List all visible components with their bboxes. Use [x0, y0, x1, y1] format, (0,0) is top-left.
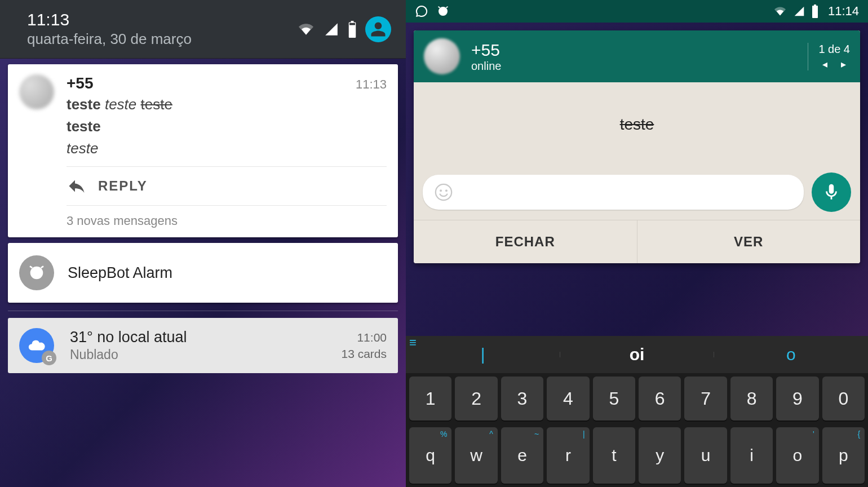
phone-left-screenshot: 11:13 quarta-feira, 30 de março +55 11: — [0, 0, 406, 487]
weather-subtitle: Nublado — [70, 347, 187, 362]
key-1[interactable]: 1 — [409, 377, 451, 420]
key-4[interactable]: 4 — [547, 377, 589, 420]
message-input[interactable] — [423, 175, 804, 210]
prev-message-button[interactable]: ◂ — [822, 58, 827, 70]
key-9[interactable]: 9 — [776, 377, 818, 420]
svg-rect-3 — [812, 6, 818, 18]
reply-label: REPLY — [98, 178, 148, 194]
emoji-icon[interactable] — [434, 183, 453, 202]
key-o[interactable]: o' — [776, 427, 818, 484]
suggestion-bar: ≡ | oi o — [406, 336, 868, 373]
svg-rect-1 — [351, 21, 354, 23]
more-messages-label: 3 novas mensagens — [67, 205, 387, 237]
keyboard-number-row: 1234567890 — [406, 373, 868, 424]
sleepbot-title: SleepBot Alarm — [68, 264, 172, 282]
key-p[interactable]: p{ — [822, 427, 865, 484]
key-w[interactable]: w^ — [455, 427, 497, 484]
view-button[interactable]: VER — [637, 220, 861, 263]
reply-action[interactable]: REPLY — [67, 166, 387, 205]
popup-message-text: teste — [620, 116, 654, 134]
soft-keyboard: ≡ | oi o 1234567890 q%w^e~r|tyuio'p{ — [406, 336, 868, 487]
key-2[interactable]: 2 — [455, 377, 497, 420]
key-0[interactable]: 0 — [822, 377, 865, 420]
popup-contact-name: +55 — [471, 41, 501, 60]
contact-avatar — [424, 38, 460, 74]
key-t[interactable]: t — [593, 427, 635, 484]
notification-time: 11:13 — [356, 77, 387, 92]
suggestion-2[interactable]: oi — [560, 345, 714, 364]
popup-contact-status: online — [471, 60, 501, 73]
popup-header[interactable]: +55 online 1 de 4 ◂ ▸ — [414, 30, 860, 82]
weather-meta: 11:00 13 cards — [341, 329, 387, 362]
wifi-icon — [296, 22, 316, 37]
notification-shade-header: 11:13 quarta-feira, 30 de março — [0, 0, 406, 59]
next-message-button[interactable]: ▸ — [841, 58, 846, 70]
key-6[interactable]: 6 — [639, 377, 681, 420]
key-r[interactable]: r| — [547, 427, 589, 484]
whatsapp-quick-reply-popup: +55 online 1 de 4 ◂ ▸ teste FECHAR — [414, 30, 860, 263]
voice-message-button[interactable] — [812, 172, 851, 212]
shade-status-icons — [296, 16, 391, 42]
svg-point-7 — [445, 189, 448, 192]
contact-avatar — [19, 74, 54, 109]
popup-message-body: teste — [414, 82, 860, 167]
sleepbot-notification-card[interactable]: SleepBot Alarm — [8, 243, 398, 303]
message-line-2: teste — [67, 117, 387, 136]
key-e[interactable]: e~ — [501, 427, 543, 484]
key-3[interactable]: 3 — [501, 377, 543, 420]
svg-rect-2 — [349, 23, 355, 25]
alarm-icon — [19, 255, 54, 290]
weather-notification-card[interactable]: G 31° no local atual Nublado 11:00 13 ca… — [8, 318, 398, 373]
alarm-status-icon — [436, 5, 450, 18]
shade-clock: 11:13 — [27, 10, 192, 29]
microphone-icon — [822, 183, 841, 202]
cell-signal-icon — [793, 6, 805, 17]
reply-icon — [67, 176, 87, 196]
google-badge-icon: G — [42, 351, 56, 365]
wifi-icon — [773, 6, 787, 17]
cloud-icon: G — [19, 328, 54, 363]
account-switcher-button[interactable] — [365, 16, 391, 42]
shade-divider — [8, 311, 398, 311]
svg-point-5 — [436, 184, 451, 200]
svg-rect-4 — [814, 5, 816, 6]
status-time: 11:14 — [828, 4, 859, 19]
phone-right-screenshot: 11:14 +55 online 1 de 4 ◂ ▸ teste — [406, 0, 868, 487]
key-7[interactable]: 7 — [684, 377, 727, 420]
shade-date: quarta-feira, 30 de março — [27, 30, 192, 48]
suggestion-1[interactable]: | — [406, 345, 560, 364]
message-counter: 1 de 4 ◂ ▸ — [808, 43, 850, 70]
person-icon — [370, 21, 387, 38]
suggestion-3[interactable]: o — [714, 345, 868, 364]
key-i[interactable]: i — [730, 427, 773, 484]
battery-icon — [811, 5, 819, 18]
close-button[interactable]: FECHAR — [414, 220, 637, 263]
status-bar: 11:14 — [406, 0, 868, 23]
contact-name: +55 — [67, 74, 94, 92]
key-5[interactable]: 5 — [593, 377, 635, 420]
key-y[interactable]: y — [639, 427, 681, 484]
cell-signal-icon — [324, 22, 339, 37]
svg-point-6 — [440, 189, 442, 192]
battery-icon — [347, 21, 357, 38]
key-u[interactable]: u — [684, 427, 727, 484]
whatsapp-status-icon — [415, 5, 428, 18]
message-line-1: teste teste teste — [67, 95, 387, 114]
message-line-3: teste — [67, 139, 387, 158]
whatsapp-notification-card[interactable]: +55 11:13 teste teste teste teste teste — [8, 64, 398, 237]
keyboard-letter-row: q%w^e~r|tyuio'p{ — [406, 424, 868, 487]
key-8[interactable]: 8 — [730, 377, 773, 420]
weather-title: 31° no local atual — [70, 329, 187, 346]
key-q[interactable]: q% — [409, 427, 451, 484]
